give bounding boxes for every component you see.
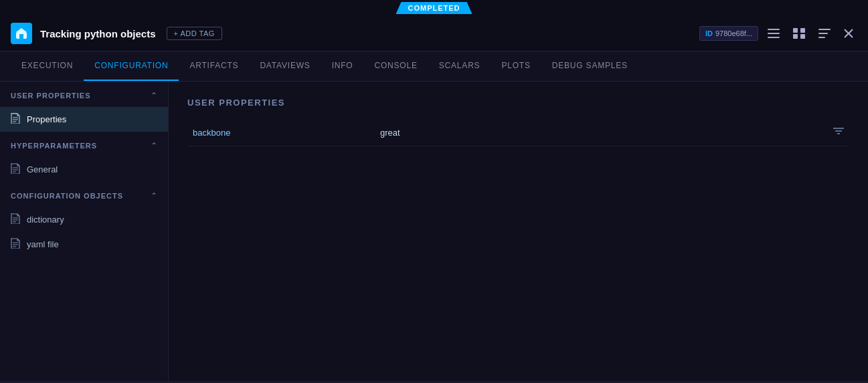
tab-dataviews[interactable]: DATAVIEWS xyxy=(249,51,321,81)
close-button[interactable] xyxy=(840,26,857,41)
content-area: USER PROPERTIES backbone great xyxy=(169,82,868,381)
chevron-up-icon: ⌃ xyxy=(151,91,157,100)
tab-plots[interactable]: PLOTS xyxy=(491,51,541,81)
sidebar-item-general[interactable]: General xyxy=(0,157,168,182)
sidebar-section-configuration-objects: CONFIGURATION OBJECTS ⌃ dictionary xyxy=(0,182,168,257)
svg-rect-9 xyxy=(800,34,805,39)
tab-configuration[interactable]: CONFIGURATION xyxy=(84,51,179,81)
sidebar-item-general-label: General xyxy=(27,164,58,174)
sidebar-section-hyperparameters: HYPERPARAMETERS ⌃ General xyxy=(0,132,168,182)
document-icon-4 xyxy=(11,238,20,251)
id-label: ID xyxy=(705,29,713,37)
property-filter-icon[interactable] xyxy=(654,120,849,146)
header: Tracking python objects + ADD TAG ID 978… xyxy=(0,16,868,51)
list-view-button[interactable] xyxy=(764,26,784,41)
svg-rect-2 xyxy=(19,34,23,39)
svg-rect-7 xyxy=(800,28,805,33)
sidebar-item-yaml-file-label: yaml file xyxy=(27,239,59,249)
tab-info[interactable]: INFO xyxy=(321,51,364,81)
content-section-title: USER PROPERTIES xyxy=(187,98,849,108)
menu-button[interactable] xyxy=(814,26,835,41)
id-value: 9780e68f... xyxy=(715,29,752,37)
svg-rect-11 xyxy=(818,33,828,34)
sidebar-section-configuration-objects-title: CONFIGURATION OBJECTS xyxy=(11,192,123,200)
sidebar-item-properties[interactable]: Properties xyxy=(0,107,168,132)
nav-tabs: EXECUTION CONFIGURATION ARTIFACTS DATAVI… xyxy=(0,51,868,82)
sidebar-section-user-properties-title: USER PROPERTIES xyxy=(11,92,91,100)
sidebar-item-dictionary[interactable]: dictionary xyxy=(0,207,168,232)
main-layout: USER PROPERTIES ⌃ Properties xyxy=(0,82,868,381)
tab-debug-samples[interactable]: DEBUG SAMPLES xyxy=(541,51,638,81)
status-badge: COMPLETED xyxy=(396,2,472,14)
tab-console[interactable]: CONSOLE xyxy=(364,51,428,81)
tab-scalars[interactable]: SCALARS xyxy=(428,51,491,81)
sidebar-item-yaml-file[interactable]: yaml file xyxy=(0,232,168,257)
property-key-backbone: backbone xyxy=(187,120,375,146)
property-row-backbone: backbone great xyxy=(187,120,849,146)
sidebar-section-configuration-objects-header[interactable]: CONFIGURATION OBJECTS ⌃ xyxy=(0,182,168,207)
property-value-backbone: great xyxy=(375,120,654,146)
sidebar-section-hyperparameters-title: HYPERPARAMETERS xyxy=(11,142,97,150)
chevron-up-icon-2: ⌃ xyxy=(151,141,157,150)
tab-artifacts[interactable]: ARTIFACTS xyxy=(179,51,249,81)
svg-rect-3 xyxy=(768,29,780,30)
sidebar-item-properties-label: Properties xyxy=(27,114,66,124)
svg-rect-5 xyxy=(768,37,780,38)
svg-marker-1 xyxy=(16,28,27,32)
app-title: Tracking python objects xyxy=(40,28,156,39)
image-view-button[interactable] xyxy=(789,25,809,41)
header-left: Tracking python objects + ADD TAG xyxy=(11,23,222,44)
sidebar-section-user-properties: USER PROPERTIES ⌃ Properties xyxy=(0,82,168,132)
sidebar-item-dictionary-label: dictionary xyxy=(27,215,64,225)
id-badge: ID 9780e68f... xyxy=(699,26,758,41)
sidebar-section-user-properties-header[interactable]: USER PROPERTIES ⌃ xyxy=(0,82,168,107)
document-icon xyxy=(11,113,20,126)
svg-rect-6 xyxy=(793,28,798,33)
svg-rect-8 xyxy=(793,34,798,39)
header-right: ID 9780e68f... xyxy=(699,25,857,41)
document-icon-2 xyxy=(11,163,20,176)
properties-table: backbone great xyxy=(187,120,849,146)
svg-rect-12 xyxy=(818,37,825,38)
status-bar: COMPLETED xyxy=(0,0,868,16)
svg-rect-4 xyxy=(768,33,780,34)
sidebar-section-hyperparameters-header[interactable]: HYPERPARAMETERS ⌃ xyxy=(0,132,168,157)
chevron-up-icon-3: ⌃ xyxy=(151,191,157,201)
tab-execution[interactable]: EXECUTION xyxy=(11,51,84,81)
svg-rect-10 xyxy=(818,29,831,30)
app-logo xyxy=(11,23,32,44)
add-tag-button[interactable]: + ADD TAG xyxy=(167,27,222,40)
sidebar: USER PROPERTIES ⌃ Properties xyxy=(0,82,169,381)
document-icon-3 xyxy=(11,213,20,226)
